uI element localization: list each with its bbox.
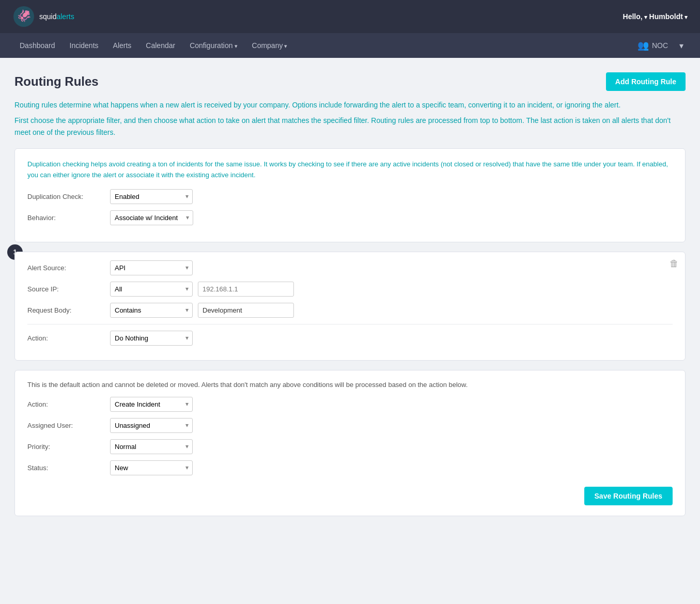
nav-company[interactable]: Company [245, 33, 295, 58]
priority-label: Priority: [27, 443, 110, 451]
default-action-card: This is the default action and cannot be… [14, 370, 686, 516]
behavior-select-wrap: Associate w/ Incident Ignore Alert [110, 210, 193, 225]
logo-squid: squid [39, 12, 56, 21]
logo-area: 🦑 squidalerts [12, 5, 74, 28]
greeting-text: Hello, [623, 12, 647, 21]
alert-source-row: Alert Source: API Email Webhook [27, 260, 673, 275]
source-ip-row: Source IP: All Specific [27, 282, 673, 297]
assigned-user-label: Assigned User: [27, 422, 110, 429]
default-action-select[interactable]: Create Incident Do Nothing Forward Alert [110, 397, 193, 412]
source-ip-select-wrap: All Specific [110, 282, 193, 297]
nav-incidents[interactable]: Incidents [63, 33, 106, 58]
rule-divider [27, 324, 673, 324]
rule-1-block: 🗑 Alert Source: API Email Webhook Source… [14, 252, 686, 361]
behavior-select[interactable]: Associate w/ Incident Ignore Alert [110, 210, 193, 225]
page-header: Routing Rules Add Routing Rule [14, 72, 686, 91]
request-body-select[interactable]: Contains Does Not Contain Equals [110, 303, 193, 318]
status-select[interactable]: New Open In Progress [110, 460, 193, 475]
main-content: Routing Rules Add Routing Rule Routing r… [0, 58, 700, 531]
nav-alerts[interactable]: Alerts [106, 33, 139, 58]
nav-team-dropdown-btn[interactable]: ▾ [675, 36, 688, 56]
duplication-check-label: Duplication Check: [27, 193, 110, 200]
source-ip-input[interactable] [198, 282, 294, 297]
duplication-check-card: Duplication checking helps avoid creatin… [14, 148, 686, 242]
behavior-row: Behavior: Associate w/ Incident Ignore A… [27, 210, 673, 225]
logo-alerts: alerts [56, 12, 74, 21]
rule-action-select-wrap: Do Nothing Create Incident Forward Alert [110, 331, 193, 346]
default-action-info: This is the default action and cannot be… [27, 381, 673, 389]
nav-calendar[interactable]: Calendar [138, 33, 182, 58]
source-ip-select[interactable]: All Specific [110, 282, 193, 297]
alert-source-select[interactable]: API Email Webhook [110, 260, 193, 275]
rule-1-container: 1 🗑 Alert Source: API Email Webhook Sour… [14, 252, 686, 361]
alert-source-label: Alert Source: [27, 264, 110, 272]
nav-team-button[interactable]: 👥 NOC [632, 35, 673, 56]
request-body-input[interactable] [198, 303, 294, 318]
request-body-select-wrap: Contains Does Not Contain Equals [110, 303, 193, 318]
rule-1-delete-button[interactable]: 🗑 [670, 258, 679, 269]
svg-text:🦑: 🦑 [17, 9, 32, 23]
default-action-select-wrap: Create Incident Do Nothing Forward Alert [110, 397, 193, 412]
behavior-label: Behavior: [27, 214, 110, 222]
assigned-user-row: Assigned User: Unassigned [27, 418, 673, 433]
description-1: Routing rules determine what happens whe… [14, 99, 686, 111]
alert-source-select-wrap: API Email Webhook [110, 260, 193, 275]
priority-select-wrap: Normal High Low Critical [110, 439, 193, 454]
nav-dashboard[interactable]: Dashboard [12, 33, 63, 58]
source-ip-label: Source IP: [27, 285, 110, 293]
page-title: Routing Rules [14, 74, 99, 89]
duplication-info-text: Duplication checking helps avoid creatin… [27, 159, 673, 181]
nav-right: 👥 NOC ▾ [632, 35, 688, 56]
default-action-label: Action: [27, 400, 110, 408]
rule-action-row: Action: Do Nothing Create Incident Forwa… [27, 331, 673, 346]
status-row: Status: New Open In Progress [27, 460, 673, 475]
priority-row: Priority: Normal High Low Critical [27, 439, 673, 454]
save-routing-rules-button[interactable]: Save Routing Rules [584, 487, 673, 505]
duplication-check-row: Duplication Check: Enabled Disabled [27, 189, 673, 204]
nav-configuration[interactable]: Configuration [182, 33, 244, 58]
top-header: 🦑 squidalerts Hello, Humboldt [0, 0, 700, 33]
team-icon: 👥 [637, 40, 649, 51]
assigned-user-select[interactable]: Unassigned [110, 418, 193, 433]
duplication-check-select[interactable]: Enabled Disabled [110, 189, 193, 204]
username-link[interactable]: Humboldt [649, 12, 688, 21]
logo-text: squidalerts [39, 12, 74, 21]
description-2: First choose the appropriate filter, and… [14, 115, 686, 138]
nav-bar: Dashboard Incidents Alerts Calendar Conf… [0, 33, 700, 58]
add-routing-rule-button[interactable]: Add Routing Rule [606, 72, 686, 91]
request-body-label: Request Body: [27, 306, 110, 314]
rule-action-select[interactable]: Do Nothing Create Incident Forward Alert [110, 331, 193, 346]
squid-logo-icon: 🦑 [12, 5, 35, 28]
status-label: Status: [27, 464, 110, 472]
status-select-wrap: New Open In Progress [110, 460, 193, 475]
request-body-row: Request Body: Contains Does Not Contain … [27, 303, 673, 318]
priority-select[interactable]: Normal High Low Critical [110, 439, 193, 454]
duplication-check-select-wrap: Enabled Disabled [110, 189, 193, 204]
assigned-user-select-wrap: Unassigned [110, 418, 193, 433]
nav-team-label: NOC [652, 41, 668, 50]
default-action-row: Action: Create Incident Do Nothing Forwa… [27, 397, 673, 412]
header-user: Hello, Humboldt [623, 12, 688, 21]
rule-action-label: Action: [27, 334, 110, 342]
